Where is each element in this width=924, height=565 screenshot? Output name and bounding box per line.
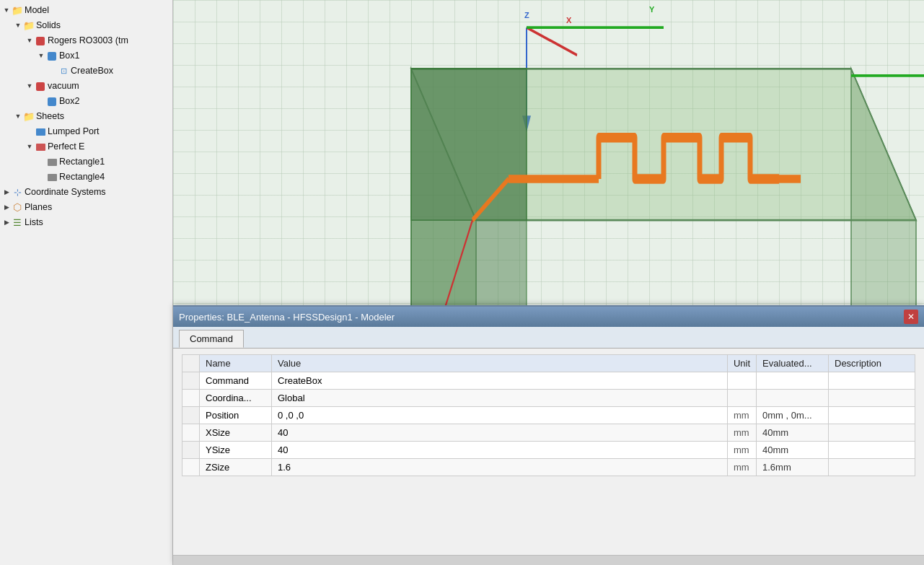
tree-item-label: Box2 (59, 95, 80, 108)
prop-description (829, 407, 915, 424)
prop-description (829, 372, 915, 390)
icon-rect (46, 157, 58, 168)
tree-item-label: Solids (36, 19, 61, 32)
tree-item-label: Box1 (59, 49, 80, 63)
tree-item-rect1[interactable]: Rectangle1 (0, 154, 172, 170)
col-header-unit: Unit (727, 355, 756, 372)
tree-item-box1[interactable]: ▼Box1 (0, 48, 172, 63)
expand-arrow: ▼ (13, 112, 23, 122)
tree-item-vacuum[interactable]: ▼vacuum (0, 79, 172, 94)
dialog-content: Name Value Unit Evaluated... Description… (173, 349, 924, 555)
icon-solid (35, 81, 46, 92)
expand-arrow (48, 66, 58, 76)
prop-value[interactable]: 40 (272, 424, 728, 442)
prop-evaluated: 40mm (757, 424, 829, 442)
expand-arrow: ▼ (25, 36, 35, 46)
row-number (182, 424, 200, 442)
icon-perfecte (35, 141, 46, 153)
row-number (182, 407, 200, 424)
expand-arrow: ▶ (1, 188, 12, 198)
tree-item-label: Lumped Port (48, 125, 100, 139)
tab-command[interactable]: Command (179, 330, 244, 348)
prop-name: XSize (200, 424, 272, 442)
icon-folder: 📁 (23, 20, 35, 32)
icon-lists: ☰ (12, 217, 23, 229)
row-number (182, 372, 200, 390)
prop-unit: mm (727, 424, 756, 442)
row-number (182, 390, 200, 407)
prop-evaluated: 0mm , 0m... (757, 407, 829, 424)
prop-unit: mm (727, 459, 756, 476)
tree-item-perfecte[interactable]: ▼Perfect E (0, 139, 172, 154)
x-axis-label: X (566, 16, 571, 25)
tree-item-solids[interactable]: ▼📁Solids (0, 18, 172, 33)
tree-item-sheets[interactable]: ▼📁Sheets (0, 109, 172, 124)
tree-item-label: vacuum (48, 79, 79, 93)
tree-item-label: Rectangle1 (59, 155, 105, 169)
icon-box (46, 51, 58, 62)
table-row[interactable]: Position0 ,0 ,0mm0mm , 0m... (182, 407, 915, 424)
icon-rect (46, 172, 58, 183)
prop-name: Coordina... (200, 390, 272, 407)
prop-value[interactable]: CreateBox (272, 372, 728, 390)
prop-name: YSize (200, 442, 272, 459)
table-row[interactable]: YSize40mm40mm (182, 442, 915, 459)
tree-item-label: Perfect E (48, 140, 84, 154)
prop-evaluated: 40mm (757, 442, 829, 459)
icon-coords: ⊹ (12, 187, 23, 198)
tree-item-lists[interactable]: ▶☰Lists (0, 215, 172, 230)
expand-arrow: ▼ (1, 6, 12, 16)
table-row[interactable]: Coordina...Global (182, 390, 915, 407)
dialog-titlebar: Properties: BLE_Antenna - HFSSDesign1 - … (173, 307, 924, 327)
prop-name: ZSize (200, 459, 272, 476)
col-header-value: Value (272, 355, 728, 372)
table-row[interactable]: CommandCreateBox (182, 372, 915, 390)
prop-value[interactable]: 40 (272, 442, 728, 459)
tree-item-model[interactable]: ▼📁Model (0, 3, 172, 18)
main-area: Z X Y 易迪拓培训 射频和天线设计专家 Properties: BLE_An… (173, 0, 924, 565)
tree-item-label: Sheets (36, 110, 64, 123)
dialog-title: Properties: BLE_Antenna - HFSSDesign1 - … (179, 312, 395, 323)
prop-evaluated (757, 372, 829, 390)
dialog-close-button[interactable]: ✕ (904, 310, 918, 324)
expand-arrow: ▶ (1, 218, 12, 228)
prop-unit (727, 372, 756, 390)
prop-evaluated (757, 390, 829, 407)
prop-description (829, 442, 915, 459)
expand-arrow: ▼ (36, 51, 46, 61)
dialog-tabs: Command (173, 327, 924, 349)
col-header-evaluated: Evaluated... (757, 355, 829, 372)
expand-arrow (36, 97, 46, 107)
prop-description (829, 459, 915, 476)
horizontal-scrollbar[interactable] (173, 555, 924, 565)
prop-unit: mm (727, 442, 756, 459)
prop-value[interactable]: 0 ,0 ,0 (272, 407, 728, 424)
prop-unit: mm (727, 407, 756, 424)
col-header-name: Name (200, 355, 272, 372)
y-axis-label: Y (649, 5, 654, 14)
tree-item-label: Rogers RO3003 (tm (48, 34, 128, 48)
tree-item-createbox[interactable]: ⊡CreateBox (0, 63, 172, 79)
tree-item-box2[interactable]: Box2 (0, 94, 172, 109)
expand-arrow: ▼ (13, 21, 23, 31)
prop-name: Position (200, 407, 272, 424)
tree-item-label: Model (25, 4, 49, 17)
tree-item-planes[interactable]: ▶⬡Planes (0, 200, 172, 215)
svg-line-1 (527, 27, 577, 55)
z-axis-label: Z (524, 11, 529, 19)
expand-arrow: ▼ (25, 142, 35, 152)
tree-item-rogers[interactable]: ▼Rogers RO3003 (tm (0, 33, 172, 48)
tree-item-label: Rectangle4 (59, 170, 105, 184)
tree-item-label: Lists (25, 216, 43, 229)
prop-value[interactable]: 1.6 (272, 459, 728, 476)
prop-value[interactable]: Global (272, 390, 728, 407)
tree-item-lumped[interactable]: Lumped Port (0, 124, 172, 139)
icon-solid (35, 35, 46, 47)
tree-item-coords[interactable]: ▶⊹Coordinate Systems (0, 185, 172, 200)
tree-item-rect4[interactable]: Rectangle4 (0, 170, 172, 185)
properties-table: Name Value Unit Evaluated... Description… (182, 354, 915, 476)
table-row[interactable]: XSize40mm40mm (182, 424, 915, 442)
table-row[interactable]: ZSize1.6mm1.6mm (182, 459, 915, 476)
prop-description (829, 424, 915, 442)
icon-box (46, 96, 58, 108)
